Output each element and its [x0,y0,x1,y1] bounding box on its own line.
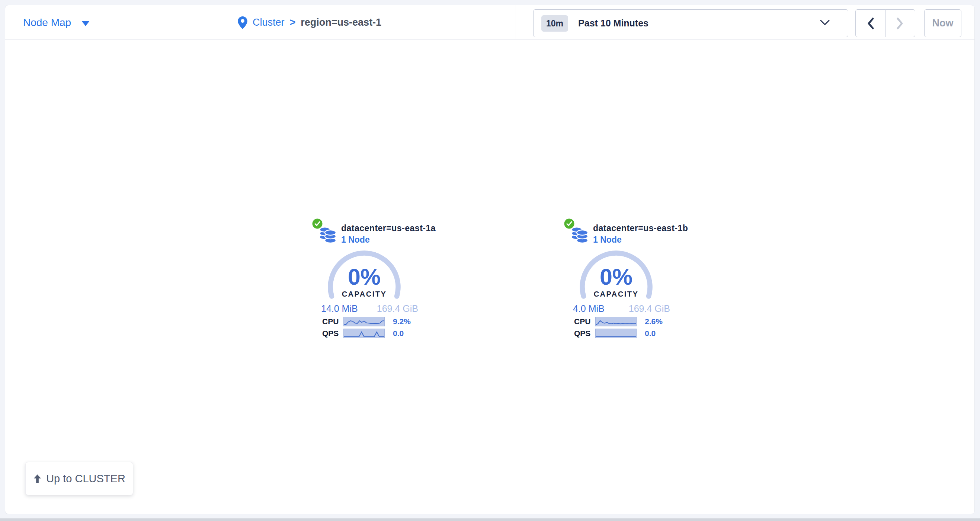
capacity-used: 4.0 MiB [573,303,605,314]
capacity-used: 14.0 MiB [321,303,358,314]
capacity-values-row: 4.0 MiB 169.4 GiB [573,303,670,314]
chevron-right-icon [896,17,904,30]
capacity-values-row: 14.0 MiB 169.4 GiB [321,303,418,314]
breadcrumb-separator: > [290,17,296,28]
cpu-sparkline [344,317,385,327]
chevron-left-icon [867,17,874,30]
capacity-percent: 0% [578,264,654,290]
location-pin-icon [238,16,247,29]
capacity-percent: 0% [326,264,402,290]
view-mode-label: Node Map [23,17,71,29]
now-button[interactable]: Now [924,9,961,37]
breadcrumb: Cluster > region=us-east-1 [238,5,381,40]
datacenter-node-count: 1 Node [341,235,370,245]
datacenter-node-count: 1 Node [593,235,622,245]
qps-sparkline [344,328,385,338]
arrow-up-icon [33,474,42,484]
time-range-dropdown[interactable]: 10m Past 10 Minutes [533,9,848,37]
datacenter-name: datacenter=us-east-1b [593,223,688,233]
capacity-label: CAPACITY [578,290,654,298]
capacity-total: 169.4 GiB [629,303,670,314]
time-nav-group [855,9,915,37]
cpu-sparkline [595,317,636,327]
caret-down-icon [81,21,90,26]
qps-sparkline [595,328,636,338]
up-to-cluster-button[interactable]: Up to CLUSTER [25,462,133,496]
qps-value: 0.0 [393,329,404,338]
header-bar: Node Map Cluster > region=us-east-1 10m … [5,5,974,40]
datacenter-name: datacenter=us-east-1a [341,223,436,233]
time-prev-button[interactable] [855,9,886,37]
breadcrumb-cluster-link[interactable]: Cluster [253,17,285,28]
capacity-label: CAPACITY [326,290,402,298]
time-next-button[interactable] [885,9,915,37]
view-mode-dropdown[interactable]: Node Map [23,5,90,40]
qps-metric-row: QPS 0.0 [322,328,404,338]
cpu-metric-row: CPU 9.2% [322,316,411,327]
qps-label: QPS [574,329,595,338]
header-divider [515,5,516,40]
database-stack-icon [571,225,588,244]
capacity-total: 169.4 GiB [377,303,418,314]
cpu-value: 9.2% [393,317,411,326]
app-panel: Node Map Cluster > region=us-east-1 10m … [5,5,975,514]
breadcrumb-current-region: region=us-east-1 [301,17,381,28]
cpu-label: CPU [574,317,595,326]
up-to-cluster-label: Up to CLUSTER [46,473,126,485]
cpu-value: 2.6% [645,317,663,326]
chevron-down-icon [820,20,830,25]
qps-metric-row: QPS 0.0 [574,328,655,338]
qps-label: QPS [322,329,344,338]
qps-value: 0.0 [645,329,655,338]
time-range-label: Past 10 Minutes [578,18,649,29]
cpu-metric-row: CPU 2.6% [574,316,663,327]
database-stack-icon [319,225,336,244]
window-bottom-edge [0,518,980,521]
cpu-label: CPU [322,317,344,326]
time-range-badge: 10m [541,15,568,32]
